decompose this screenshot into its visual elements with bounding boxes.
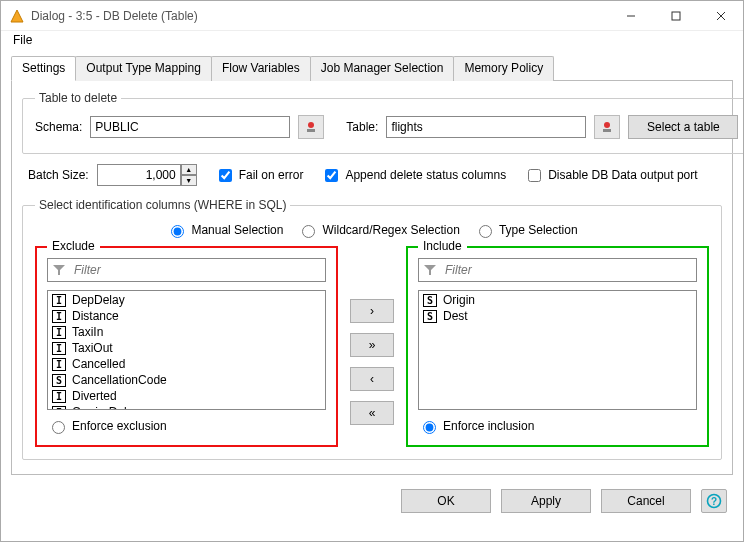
integer-type-icon: I xyxy=(52,310,66,323)
schema-label: Schema: xyxy=(35,120,82,134)
enforce-inclusion[interactable]: Enforce inclusion xyxy=(418,418,534,434)
list-item[interactable]: ITaxiIn xyxy=(48,324,325,340)
integer-type-icon: I xyxy=(52,342,66,355)
filter-icon xyxy=(423,264,437,276)
move-all-left-button[interactable]: « xyxy=(350,401,394,425)
svg-text:?: ? xyxy=(711,496,717,507)
svg-marker-0 xyxy=(11,10,23,22)
close-button[interactable] xyxy=(698,1,743,31)
svg-point-7 xyxy=(604,122,610,128)
tab-settings[interactable]: Settings xyxy=(11,56,76,81)
list-item[interactable]: SCancellationCode xyxy=(48,372,325,388)
string-type-icon: S xyxy=(423,310,437,323)
column-name: TaxiOut xyxy=(72,341,113,355)
exclude-list[interactable]: IDepDelayIDistanceITaxiInITaxiOutICancel… xyxy=(47,290,326,410)
mode-manual[interactable]: Manual Selection xyxy=(166,222,283,238)
exclude-filter-input[interactable] xyxy=(70,259,321,281)
ok-button[interactable]: OK xyxy=(401,489,491,513)
apply-button[interactable]: Apply xyxy=(501,489,591,513)
app-icon xyxy=(9,8,25,24)
include-filter[interactable] xyxy=(418,258,697,282)
exclude-legend: Exclude xyxy=(47,239,100,253)
id-columns-legend: Select identification columns (WHERE in … xyxy=(35,198,290,212)
settings-panel: Table to delete Schema: Table: Select a … xyxy=(11,81,733,475)
list-item[interactable]: ICancelled xyxy=(48,356,325,372)
include-filter-input[interactable] xyxy=(441,259,692,281)
window-title: Dialog - 3:5 - DB Delete (Table) xyxy=(31,9,608,23)
integer-type-icon: I xyxy=(52,326,66,339)
tab-job-manager[interactable]: Job Manager Selection xyxy=(310,56,455,81)
column-name: Distance xyxy=(72,309,119,323)
list-item[interactable]: IDepDelay xyxy=(48,292,325,308)
tab-strip: Settings Output Type Mapping Flow Variab… xyxy=(11,55,733,81)
flow-variable-icon xyxy=(305,121,317,133)
column-name: CancellationCode xyxy=(72,373,167,387)
flow-variable-icon xyxy=(601,121,613,133)
menu-file[interactable]: File xyxy=(9,31,36,49)
svg-rect-6 xyxy=(307,129,315,132)
integer-type-icon: I xyxy=(52,358,66,371)
integer-type-icon: I xyxy=(52,406,66,411)
tab-memory-policy[interactable]: Memory Policy xyxy=(453,56,554,81)
append-status-checkbox[interactable]: Append delete status columns xyxy=(321,166,506,185)
column-name: TaxiIn xyxy=(72,325,103,339)
disable-output-checkbox[interactable]: Disable DB Data output port xyxy=(524,166,697,185)
tab-flow-variables[interactable]: Flow Variables xyxy=(211,56,311,81)
list-item[interactable]: IDiverted xyxy=(48,388,325,404)
list-item[interactable]: SOrigin xyxy=(419,292,696,308)
column-name: Origin xyxy=(443,293,475,307)
schema-input[interactable] xyxy=(90,116,290,138)
id-columns-group: Select identification columns (WHERE in … xyxy=(22,198,722,460)
list-item[interactable]: IDistance xyxy=(48,308,325,324)
list-item[interactable]: ITaxiOut xyxy=(48,340,325,356)
dialog-footer: OK Apply Cancel ? xyxy=(1,475,743,525)
batch-size-up[interactable]: ▲ xyxy=(181,164,197,175)
integer-type-icon: I xyxy=(52,294,66,307)
column-name: CarrierDelay xyxy=(72,405,139,410)
string-type-icon: S xyxy=(423,294,437,307)
integer-type-icon: I xyxy=(52,390,66,403)
exclude-filter[interactable] xyxy=(47,258,326,282)
maximize-button[interactable] xyxy=(653,1,698,31)
move-left-button[interactable]: ‹ xyxy=(350,367,394,391)
exclude-box: Exclude IDepDelayIDistanceITaxiInITaxiOu… xyxy=(35,246,338,447)
move-all-right-button[interactable]: » xyxy=(350,333,394,357)
list-item[interactable]: SDest xyxy=(419,308,696,324)
help-button[interactable]: ? xyxy=(701,489,727,513)
svg-rect-2 xyxy=(672,12,680,20)
table-input[interactable] xyxy=(386,116,586,138)
table-label: Table: xyxy=(346,120,378,134)
title-bar: Dialog - 3:5 - DB Delete (Table) xyxy=(1,1,743,31)
batch-size-down[interactable]: ▼ xyxy=(181,175,197,186)
help-icon: ? xyxy=(706,493,722,509)
filter-icon xyxy=(52,264,66,276)
include-legend: Include xyxy=(418,239,467,253)
svg-point-5 xyxy=(308,122,314,128)
table-to-delete-legend: Table to delete xyxy=(35,91,121,105)
table-to-delete-group: Table to delete Schema: Table: Select a … xyxy=(22,91,744,154)
column-name: Diverted xyxy=(72,389,117,403)
batch-size-input[interactable] xyxy=(97,164,181,186)
mode-type[interactable]: Type Selection xyxy=(474,222,578,238)
menu-bar: File xyxy=(1,31,743,51)
select-table-button[interactable]: Select a table xyxy=(628,115,738,139)
svg-marker-10 xyxy=(424,265,436,275)
list-item[interactable]: ICarrierDelay xyxy=(48,404,325,410)
enforce-exclusion[interactable]: Enforce exclusion xyxy=(47,418,167,434)
svg-marker-9 xyxy=(53,265,65,275)
mode-wildcard[interactable]: Wildcard/Regex Selection xyxy=(297,222,459,238)
fail-on-error-checkbox[interactable]: Fail on error xyxy=(215,166,304,185)
cancel-button[interactable]: Cancel xyxy=(601,489,691,513)
include-list[interactable]: SOriginSDest xyxy=(418,290,697,410)
svg-rect-8 xyxy=(603,129,611,132)
move-right-button[interactable]: › xyxy=(350,299,394,323)
column-name: DepDelay xyxy=(72,293,125,307)
column-name: Dest xyxy=(443,309,468,323)
table-flowvar-button[interactable] xyxy=(594,115,620,139)
column-name: Cancelled xyxy=(72,357,125,371)
string-type-icon: S xyxy=(52,374,66,387)
batch-size-label: Batch Size: xyxy=(28,168,89,182)
schema-flowvar-button[interactable] xyxy=(298,115,324,139)
tab-output-type-mapping[interactable]: Output Type Mapping xyxy=(75,56,212,81)
minimize-button[interactable] xyxy=(608,1,653,31)
